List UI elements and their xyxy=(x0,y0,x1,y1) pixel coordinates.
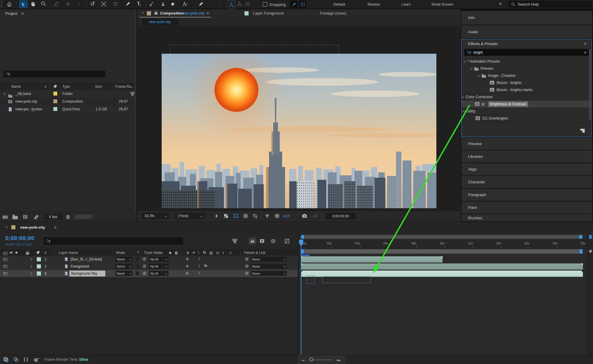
column-frame-rate[interactable]: Frame Ra... xyxy=(115,85,134,89)
zoom-slider-track[interactable] xyxy=(311,360,333,360)
pan-camera-tool[interactable] xyxy=(65,1,71,7)
effects-panel-header[interactable]: Effects & Presets ≡ xyxy=(462,39,591,48)
column-layer-name[interactable]: Layer Name xyxy=(59,251,78,255)
tree-item-bloom-brights-darks[interactable]: fx Bloom - brights+darks xyxy=(462,86,591,94)
layer-row-3-selected[interactable]: 3 Background Sky Norm @ No M ⊕ / @ None xyxy=(0,270,298,277)
layer-label-swatch[interactable] xyxy=(37,271,41,276)
preview-time-field[interactable]: 0;00;00;00 xyxy=(325,212,356,220)
new-composition-icon[interactable] xyxy=(23,214,28,220)
transparency-grid-icon[interactable] xyxy=(223,213,229,219)
project-row-folder[interactable]: _AEJuice Folder xyxy=(0,90,137,98)
bpc-button[interactable]: 8 bpc xyxy=(44,214,63,220)
column-size[interactable]: Size xyxy=(95,85,102,89)
workspace-tab-default[interactable]: Default xyxy=(333,2,345,7)
composition-tab-name[interactable]: new-york-city xyxy=(182,11,205,15)
layer-twirl-icon[interactable] xyxy=(29,265,32,268)
timeline-tab-name[interactable]: new-york-city xyxy=(20,225,45,230)
hand-tool[interactable] xyxy=(30,1,36,7)
motion-blur-icon[interactable] xyxy=(271,238,276,244)
layer-visibility-icon[interactable] xyxy=(3,272,8,275)
composition-label-swatch[interactable] xyxy=(147,11,151,15)
current-time-mini-bar[interactable] xyxy=(301,255,310,256)
rectangle-tool[interactable]: □ xyxy=(114,1,117,7)
effects-scrollbar[interactable] xyxy=(589,49,591,120)
clone-stamp-tool[interactable] xyxy=(160,1,166,7)
workspace-overflow-button[interactable]: » xyxy=(499,1,502,6)
character-panel-header[interactable]: Character xyxy=(461,176,592,188)
preserve-transparency-cell[interactable] xyxy=(136,264,139,268)
sort-ascending-icon[interactable]: ▲ xyxy=(44,85,47,88)
align-panel-header[interactable]: Align xyxy=(461,163,592,175)
timeline-horizontal-scrollbar[interactable] xyxy=(301,235,583,239)
layer-name-editing[interactable]: Background Sky xyxy=(69,271,105,276)
twirl-down-icon[interactable] xyxy=(462,110,465,112)
zoom-slider-knob[interactable] xyxy=(309,357,313,361)
close-tab-icon[interactable]: × xyxy=(142,11,144,15)
region-of-interest-icon[interactable] xyxy=(233,213,239,219)
motion-path-option-3[interactable] xyxy=(245,1,250,7)
parent-dropdown[interactable]: None xyxy=(251,264,287,269)
preserve-transparency-cell[interactable] xyxy=(136,257,139,261)
blend-mode-dropdown[interactable]: Norm xyxy=(115,257,133,262)
help-search-box[interactable]: Search Help xyxy=(508,1,592,8)
close-tab-icon[interactable]: × xyxy=(5,225,8,229)
timeline-search-box[interactable] xyxy=(44,237,183,245)
layer-name[interactable]: [Sun_Si...r_03.mov] xyxy=(71,257,102,261)
matte-pickwhip-icon[interactable]: @ xyxy=(143,264,146,268)
paragraph-panel-header[interactable]: Paragraph xyxy=(461,189,592,201)
snap-mask-button[interactable] xyxy=(299,1,306,8)
render-engine-icon[interactable] xyxy=(34,214,39,220)
interpret-footage-icon[interactable] xyxy=(2,214,8,220)
layer-row-1[interactable]: 1 [Sun_Si...r_03.mov] Norm @ No M ⊕ / @ … xyxy=(0,256,298,263)
twirl-down-icon[interactable] xyxy=(470,67,473,69)
panel-menu-icon[interactable]: ≡ xyxy=(584,41,586,46)
scrollbar-right-handle[interactable] xyxy=(579,235,583,239)
time-ruler[interactable]: 00s 02s 04s 06s 08s 10s 12s 14s 16s 18s … xyxy=(299,239,588,249)
playhead-line[interactable] xyxy=(301,239,301,355)
fx-switch-icon[interactable]: fx xyxy=(204,264,207,268)
tree-item-cc-overbrights[interactable]: 32 CC Overbrights xyxy=(462,115,591,122)
tree-item-utility[interactable]: Utility xyxy=(462,108,591,115)
zoom-out-mountain-icon[interactable] xyxy=(301,358,306,362)
quality-switch-icon[interactable]: / xyxy=(199,257,200,261)
motion-path-option-1[interactable] xyxy=(227,1,235,9)
parent-pickwhip-icon[interactable]: @ xyxy=(245,271,249,275)
project-search-box[interactable] xyxy=(4,71,105,77)
project-scrollbar[interactable] xyxy=(134,9,136,212)
snap-along-edges-button[interactable] xyxy=(290,1,298,8)
selection-tool[interactable] xyxy=(19,0,28,8)
label-column-icon[interactable] xyxy=(53,85,57,88)
current-timecode[interactable]: 0;00;00;00 xyxy=(5,235,34,241)
footage-tab[interactable]: Footage (none) xyxy=(320,11,346,15)
composition-mini-flowchart-icon[interactable] xyxy=(232,238,238,244)
exposure-value[interactable]: +0,0 xyxy=(282,214,290,218)
layer-label-swatch[interactable] xyxy=(37,257,41,261)
tree-item-image-creative-folder[interactable]: Image - Creative xyxy=(462,72,591,80)
exposure-icon[interactable] xyxy=(274,213,280,219)
snail-render-icon[interactable] xyxy=(33,357,39,363)
fast-previews-icon[interactable] xyxy=(214,213,219,219)
layer-twirl-icon[interactable] xyxy=(29,258,32,261)
layer-row-2[interactable]: 2 Foreground Norm @ No M ⊕ / fx @ None xyxy=(0,263,298,270)
info-panel-header[interactable]: Info xyxy=(461,11,592,25)
graph-editor-icon[interactable] xyxy=(284,238,290,244)
motion-path-option-2[interactable] xyxy=(237,1,242,7)
blend-mode-dropdown[interactable]: Norm xyxy=(115,264,133,269)
paint-panel-header[interactable]: Paint xyxy=(461,201,592,214)
composition-viewer[interactable] xyxy=(137,26,461,211)
orbit-camera-tool[interactable] xyxy=(54,1,59,7)
column-parent-link[interactable]: Parent & Link xyxy=(244,251,266,255)
quality-switch-icon[interactable]: / xyxy=(199,264,200,268)
layer-tab[interactable]: Layer Foreground xyxy=(253,11,284,15)
rotation-tool[interactable]: ↺ xyxy=(90,0,95,7)
snapping-checkbox[interactable] xyxy=(263,2,267,7)
clear-search-icon[interactable]: × xyxy=(584,50,586,55)
trash-icon[interactable] xyxy=(65,214,71,220)
pen-tool[interactable] xyxy=(125,1,131,7)
mask-visibility-icon[interactable] xyxy=(243,213,248,219)
column-track-matte[interactable]: Track Matte xyxy=(144,251,163,255)
camera-tool[interactable] xyxy=(101,1,106,7)
workspace-tab-review[interactable]: Review xyxy=(368,2,380,7)
brushes-panel-header[interactable]: Brushes xyxy=(461,214,592,221)
composition-tab-prefix[interactable]: Composition xyxy=(160,11,184,15)
